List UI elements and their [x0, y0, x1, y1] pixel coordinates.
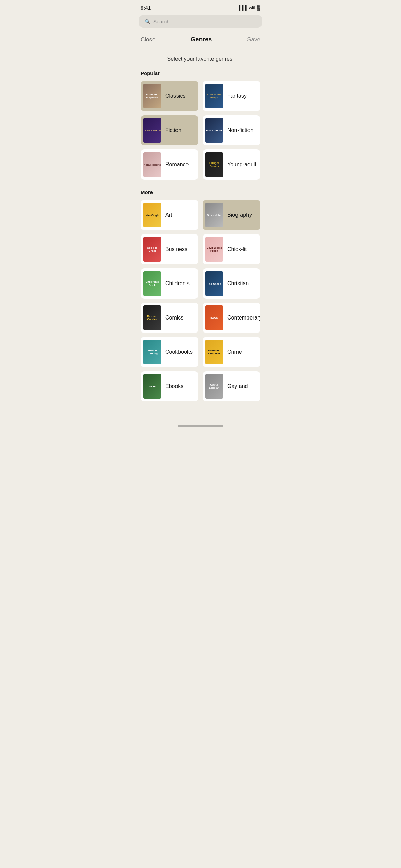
home-indicator: [134, 421, 267, 430]
genre-card-crime[interactable]: Raymond ChandlerCrime: [203, 337, 260, 367]
genre-card-fantasy[interactable]: Lord of the RingsFantasy: [203, 81, 260, 111]
book-cover-childrens: Children's Book: [143, 271, 161, 296]
genre-card-ebooks[interactable]: WoolEbooks: [141, 371, 198, 401]
section-label-more: More: [141, 189, 260, 195]
book-cover-fiction: Great Gatsby: [143, 118, 161, 143]
book-cover-ebooks: Wool: [143, 374, 161, 399]
genre-name-business: Business: [165, 246, 187, 252]
genre-card-cookbooks[interactable]: French CookingCookbooks: [141, 337, 198, 367]
header-title: Genres: [191, 36, 212, 43]
subtitle: Select your favorite genres:: [141, 56, 260, 62]
genre-card-christian[interactable]: The ShackChristian: [203, 268, 260, 299]
genre-card-gayand[interactable]: Gay & LesbianGay and: [203, 371, 260, 401]
genre-name-cookbooks: Cookbooks: [165, 349, 193, 355]
status-icons: ▐▐▐ wifi ▓: [237, 5, 260, 10]
search-bar-area: 🔍 Search: [134, 15, 267, 31]
genre-name-chicklit: Chick-lit: [227, 246, 247, 252]
book-cover-nonfiction: Into Thin Air: [205, 118, 223, 143]
genre-name-contemporary: Contemporary: [227, 314, 260, 321]
search-placeholder: Search: [153, 19, 170, 24]
genre-card-fiction[interactable]: Great GatsbyFiction: [141, 115, 198, 145]
book-cover-contemporary: ROOM: [205, 305, 223, 330]
book-cover-biography: Steve Jobs: [205, 203, 223, 227]
status-bar: 9:41 ▐▐▐ wifi ▓: [134, 0, 267, 15]
genre-card-classics[interactable]: Pride and PrejudiceClassics: [141, 81, 198, 111]
save-button[interactable]: Save: [247, 36, 260, 43]
genre-name-nonfiction: Non-fiction: [227, 127, 253, 133]
genre-card-childrens[interactable]: Children's BookChildren's: [141, 268, 198, 299]
status-time: 9:41: [141, 5, 151, 11]
genre-card-contemporary[interactable]: ROOMContemporary: [203, 303, 260, 333]
book-cover-chicklit: Devil Wears Prada: [205, 237, 223, 262]
genre-name-fiction: Fiction: [165, 127, 181, 133]
book-cover-christian: The Shack: [205, 271, 223, 296]
genre-card-art[interactable]: Van GoghArt: [141, 200, 198, 230]
content-area: Select your favorite genres: PopularPrid…: [134, 49, 267, 421]
genre-card-nonfiction[interactable]: Into Thin AirNon-fiction: [203, 115, 260, 145]
genre-name-christian: Christian: [227, 280, 249, 287]
book-cover-comics: Batman Comics: [143, 305, 161, 330]
genre-name-ebooks: Ebooks: [165, 383, 183, 389]
genre-card-chicklit[interactable]: Devil Wears PradaChick-lit: [203, 234, 260, 264]
signal-icon: ▐▐▐: [237, 5, 247, 10]
genre-name-childrens: Children's: [165, 280, 190, 287]
book-cover-business: Good to Great: [143, 237, 161, 262]
section-popular: PopularPride and PrejudiceClassicsLord o…: [141, 70, 260, 180]
genre-name-youngadult: Young-adult: [227, 161, 256, 168]
section-label-popular: Popular: [141, 70, 260, 76]
genre-grid-popular: Pride and PrejudiceClassicsLord of the R…: [141, 81, 260, 180]
section-more: MoreVan GoghArtSteve JobsBiographyGood t…: [141, 189, 260, 401]
genre-card-business[interactable]: Good to GreatBusiness: [141, 234, 198, 264]
book-cover-romance: Nora Roberts: [143, 152, 161, 177]
book-cover-fantasy: Lord of the Rings: [205, 84, 223, 108]
book-cover-gayand: Gay & Lesbian: [205, 374, 223, 399]
genre-name-gayand: Gay and: [227, 383, 248, 389]
battery-icon: ▓: [257, 5, 260, 10]
genre-name-crime: Crime: [227, 349, 242, 355]
genre-grid-more: Van GoghArtSteve JobsBiographyGood to Gr…: [141, 200, 260, 401]
genre-card-romance[interactable]: Nora RobertsRomance: [141, 149, 198, 180]
genre-card-youngadult[interactable]: Hunger GamesYoung-adult: [203, 149, 260, 180]
search-icon: 🔍: [145, 19, 150, 24]
genres-container: PopularPride and PrejudiceClassicsLord o…: [141, 70, 260, 401]
genre-card-comics[interactable]: Batman ComicsComics: [141, 303, 198, 333]
genre-name-romance: Romance: [165, 161, 189, 168]
book-cover-classics: Pride and Prejudice: [143, 84, 161, 108]
genre-name-classics: Classics: [165, 93, 186, 99]
book-cover-art: Van Gogh: [143, 203, 161, 227]
search-container[interactable]: 🔍 Search: [139, 15, 262, 28]
book-cover-cookbooks: French Cooking: [143, 340, 161, 364]
book-cover-youngadult: Hunger Games: [205, 152, 223, 177]
close-button[interactable]: Close: [141, 36, 155, 43]
wifi-icon: wifi: [249, 5, 255, 10]
genre-card-biography[interactable]: Steve JobsBiography: [203, 200, 260, 230]
genre-name-fantasy: Fantasy: [227, 93, 247, 99]
modal-header: Close Genres Save: [134, 31, 267, 49]
genre-name-art: Art: [165, 212, 172, 218]
book-cover-crime: Raymond Chandler: [205, 340, 223, 364]
genre-name-comics: Comics: [165, 314, 183, 321]
home-bar: [178, 425, 223, 427]
genre-name-biography: Biography: [227, 212, 252, 218]
